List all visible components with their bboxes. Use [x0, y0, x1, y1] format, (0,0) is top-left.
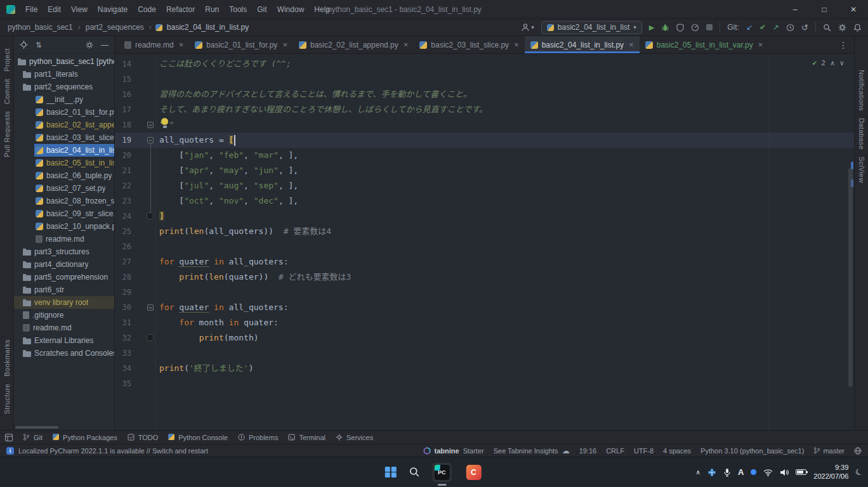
- hide-panel-icon[interactable]: —: [101, 41, 109, 49]
- tree-item[interactable]: __init__.py: [14, 93, 114, 106]
- tree-item[interactable]: basic2_06_tuple.py: [14, 169, 114, 182]
- tool-window-button-structure[interactable]: Structure: [3, 384, 11, 414]
- user-account-icon[interactable]: ▾: [521, 23, 534, 32]
- tool-window-button-database[interactable]: Database: [858, 118, 865, 150]
- tool-window-button-terminal[interactable]: Terminal: [283, 431, 331, 444]
- tool-window-button-git[interactable]: Git: [18, 431, 48, 444]
- menu-navigate[interactable]: Navigate: [93, 0, 133, 19]
- code-line[interactable]: 17そして、あまり疲れすぎない程度のことろで休憩し、しばらくしてから見直すことで…: [115, 102, 854, 117]
- tool-window-button-commit[interactable]: Commit: [3, 79, 11, 104]
- git-push-icon[interactable]: ↗: [773, 23, 779, 31]
- menu-code[interactable]: Code: [133, 0, 161, 19]
- tree-item[interactable]: part6_str: [14, 283, 114, 296]
- code-line[interactable]: 29: [115, 285, 854, 300]
- git-branch-widget[interactable]: master: [813, 447, 845, 455]
- tree-item[interactable]: basic2_05_list_in_list_var.py: [14, 157, 114, 169]
- tree-item[interactable]: basic2_09_str_slice.py: [14, 207, 114, 220]
- taskbar-search-icon[interactable]: [409, 467, 419, 477]
- tree-item[interactable]: .gitignore: [14, 309, 114, 321]
- prev-problem-icon[interactable]: ∧: [831, 59, 835, 67]
- tree-item[interactable]: Scratches and Consoles: [14, 347, 114, 360]
- tree-item[interactable]: part2_sequences: [14, 81, 114, 93]
- breadcrumb-item[interactable]: python_basic_sec1: [6, 23, 74, 32]
- tree-item[interactable]: basic2_01_list_for.py: [14, 106, 114, 119]
- tree-item[interactable]: part1_literals: [14, 68, 114, 81]
- code-line[interactable]: 28 print(len(quater)) # どれも要素数は3: [115, 269, 854, 285]
- tree-item[interactable]: basic2_03_list_slice.py: [14, 131, 114, 144]
- tab-basic2_02_list_append.py[interactable]: basic2_02_list_append.py×: [293, 36, 414, 53]
- tool-window-button-project[interactable]: Project: [3, 48, 11, 72]
- inspections-widget[interactable]: ✔ 2 ∧ ∨: [812, 58, 844, 67]
- next-problem-icon[interactable]: ∨: [839, 59, 844, 67]
- tool-window-button-pull-requests[interactable]: Pull Requests: [3, 111, 11, 157]
- tabnine-insights-link[interactable]: See Tabnine Insights ☁: [494, 446, 570, 455]
- tree-item[interactable]: basic2_07_set.py: [14, 182, 114, 195]
- undo-icon[interactable]: ↺: [801, 23, 808, 32]
- caret-position[interactable]: 19:16: [579, 447, 597, 455]
- tab-readme.md[interactable]: readme.md×: [119, 36, 189, 53]
- code-line[interactable]: 32 print(month): [115, 330, 854, 346]
- code-line[interactable]: 31 for month in quater:: [115, 315, 854, 330]
- tree-item[interactable]: python_basic_sec1 [python_b: [14, 55, 114, 68]
- tool-window-button-problems[interactable]: Problems: [233, 431, 283, 444]
- taskbar-pycharm-icon[interactable]: PC: [432, 463, 451, 482]
- code-line[interactable]: 22 ["jul", "aug", "sep", ],: [115, 178, 854, 193]
- line-ending-indicator[interactable]: CRLF: [606, 447, 624, 455]
- collapse-all-icon[interactable]: ⇅: [36, 41, 42, 49]
- stop-button[interactable]: [706, 24, 713, 30]
- project-horizontal-scrollbar[interactable]: [15, 426, 58, 429]
- tool-window-button-sciview[interactable]: SciView: [858, 157, 865, 183]
- code-line[interactable]: 16習得のためのアドバイスとして言えることは、慣れるまで、手を動かして書くこと。: [115, 87, 854, 102]
- code-line[interactable]: 23 ["oct", "nov", "dec", ],: [115, 193, 854, 209]
- code-line[interactable]: 35: [115, 376, 854, 391]
- code-line[interactable]: 30for quater in all_quoters:: [115, 300, 854, 315]
- tool-window-switcher-icon[interactable]: [5, 434, 13, 441]
- microphone-icon[interactable]: [723, 468, 731, 477]
- code-line[interactable]: 34print('終了しました'): [115, 361, 854, 376]
- start-button[interactable]: [385, 467, 397, 478]
- git-commit-icon[interactable]: ✔: [760, 23, 766, 31]
- menu-tools[interactable]: Tools: [224, 0, 252, 19]
- status-message[interactable]: i Localized PyCharm 2022.1.1 is availabl…: [6, 447, 208, 455]
- tree-item[interactable]: part4_dictionary: [14, 258, 114, 271]
- close-icon[interactable]: ×: [629, 40, 634, 49]
- settings-gear-icon[interactable]: [838, 23, 846, 32]
- tree-item[interactable]: basic2_08_frozen_set.py: [14, 195, 114, 207]
- taskbar-app-icon[interactable]: C: [464, 463, 483, 482]
- fold-icon[interactable]: −: [147, 304, 154, 311]
- history-icon[interactable]: [786, 23, 794, 32]
- clock[interactable]: 9:39 2022/07/06: [813, 464, 848, 481]
- locate-file-icon[interactable]: [20, 41, 28, 49]
- code-line[interactable]: 19all_quoters = [: [115, 133, 854, 148]
- close-icon[interactable]: ×: [179, 40, 184, 49]
- menu-view[interactable]: View: [66, 0, 93, 19]
- git-update-icon[interactable]: ↙: [746, 23, 753, 31]
- code-line[interactable]: 15: [115, 72, 854, 87]
- tool-window-button-services[interactable]: Services: [331, 431, 378, 444]
- close-icon[interactable]: ×: [514, 40, 519, 49]
- menu-edit[interactable]: Edit: [43, 0, 66, 19]
- tab-basic2_04_list_in_list.py[interactable]: basic2_04_list_in_list.py×: [525, 36, 640, 53]
- breadcrumb-item[interactable]: part2_sequences: [84, 23, 145, 32]
- tab-basic2_05_list_in_list_var.py[interactable]: basic2_05_list_in_list_var.py×: [640, 36, 769, 53]
- code-line[interactable]: 20 ["jan", "feb", "mar", ],: [115, 148, 854, 163]
- indent-indicator[interactable]: 4 spaces: [663, 447, 691, 455]
- panel-settings-gear-icon[interactable]: [86, 41, 93, 49]
- close-icon[interactable]: ×: [404, 40, 409, 49]
- close-icon[interactable]: ×: [282, 40, 287, 49]
- tree-item[interactable]: readme.md: [14, 233, 114, 245]
- encoding-indicator[interactable]: UTF-8: [634, 447, 654, 455]
- wifi-icon[interactable]: [763, 469, 773, 476]
- menu-git[interactable]: Git: [252, 0, 272, 19]
- tab-basic2_01_list_for.py[interactable]: basic2_01_list_for.py×: [189, 36, 293, 53]
- code-line[interactable]: 27for quater in all_quoters:: [115, 254, 854, 269]
- menu-run[interactable]: Run: [200, 0, 224, 19]
- debug-button[interactable]: [661, 23, 669, 32]
- menu-file[interactable]: File: [20, 0, 43, 19]
- tree-item[interactable]: readme.md: [14, 321, 114, 334]
- code-line[interactable]: 26: [115, 239, 854, 254]
- interpreter-indicator[interactable]: Python 3.10 (python_basic_sec1): [700, 447, 804, 455]
- menu-window[interactable]: Window: [272, 0, 310, 19]
- fold-icon[interactable]: −: [147, 122, 154, 128]
- profiler-button[interactable]: [691, 23, 699, 32]
